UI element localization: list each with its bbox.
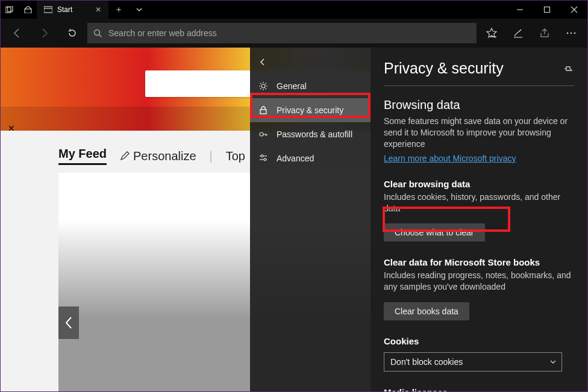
maximize-button[interactable] [533, 1, 560, 19]
svg-point-15 [261, 84, 265, 88]
browsing-data-desc: Some features might save data on your de… [384, 116, 574, 150]
prev-button[interactable] [58, 306, 79, 339]
forward-button[interactable] [32, 21, 57, 45]
clear-browsing-sub: Clear browsing data [384, 179, 574, 189]
refresh-button[interactable] [60, 21, 85, 45]
start-tab-icon [44, 5, 52, 14]
pencil-icon [120, 151, 130, 161]
store-books-sub: Clear data for Microsoft Store books [384, 257, 574, 267]
tab-start[interactable]: Start ✕ [37, 1, 108, 19]
svg-point-17 [260, 132, 263, 136]
sidebar-item-label: Privacy & security [277, 105, 343, 115]
more-button[interactable] [558, 21, 584, 45]
personalize-button[interactable]: Personalize [120, 149, 196, 163]
topic-link[interactable]: Top [226, 149, 245, 163]
lock-icon [258, 105, 268, 115]
store-books-desc: Includes reading progress, notes, bookma… [384, 270, 574, 293]
divider: | [210, 149, 213, 163]
pin-icon[interactable] [565, 64, 574, 73]
settings-title: Privacy & security [384, 60, 504, 77]
divider [384, 86, 574, 86]
svg-point-13 [571, 33, 572, 34]
back-button[interactable] [4, 21, 30, 45]
tab-strip: Start ✕ ＋ [37, 1, 506, 19]
section-browsing-data: Browsing data [384, 98, 574, 112]
close-window-button[interactable] [560, 1, 587, 19]
settings-sidebar: General Privacy & security Passwords & a… [250, 48, 371, 392]
sidebar-item-label: General [277, 81, 307, 91]
svg-point-19 [261, 155, 263, 157]
sidebar-item-label: Passwords & autofill [277, 129, 352, 139]
sidebar-item-label: Advanced [277, 154, 314, 163]
sidebar-item-passwords[interactable]: Passwords & autofill [250, 122, 371, 146]
page-content: ✕ My Feed Personalize | Top High-Waist G… [1, 48, 587, 392]
settings-back-button[interactable] [250, 50, 371, 74]
cookies-select-value: Don't block cookies [390, 357, 463, 367]
svg-rect-0 [5, 7, 11, 13]
search-icon [93, 29, 102, 38]
title-bar: Start ✕ ＋ [1, 1, 587, 19]
minimize-button[interactable] [506, 1, 533, 19]
sidebar-item-general[interactable]: General [250, 74, 371, 98]
tab-title: Start [57, 5, 72, 14]
svg-point-9 [95, 30, 100, 35]
svg-rect-3 [44, 7, 52, 13]
navigation-bar [1, 19, 587, 48]
svg-point-14 [574, 33, 576, 34]
cookies-sub: Cookies [384, 336, 574, 346]
new-tab-button[interactable]: ＋ [108, 4, 129, 15]
settings-detail-panel: Privacy & security Browsing data Some fe… [371, 48, 587, 392]
activity-icon[interactable] [19, 1, 37, 19]
svg-line-10 [99, 34, 102, 37]
clear-books-data-button[interactable]: Clear books data [384, 302, 469, 320]
close-banner-icon[interactable]: ✕ [8, 123, 15, 133]
feed-bar: My Feed Personalize | Top [58, 147, 245, 165]
card-title-line1: High-Waist Glitter [69, 388, 231, 392]
cookies-select[interactable]: Don't block cookies [384, 352, 562, 372]
sidebar-item-advanced[interactable]: Advanced [250, 146, 371, 170]
tab-my-feed[interactable]: My Feed [58, 147, 107, 165]
notes-button[interactable] [505, 21, 531, 45]
svg-point-21 [264, 158, 266, 161]
clear-browsing-desc: Includes cookies, history, passwords, an… [384, 191, 574, 214]
media-sub: Media licenses [384, 387, 574, 392]
share-button[interactable] [532, 21, 557, 45]
choose-what-to-clear-button[interactable]: Choose what to clear [384, 223, 485, 241]
task-view-icon[interactable] [1, 1, 19, 19]
key-icon [258, 129, 268, 139]
svg-rect-1 [7, 6, 13, 11]
tab-chevron-icon[interactable] [129, 5, 149, 14]
privacy-link[interactable]: Learn more about Microsoft privacy [384, 154, 516, 163]
close-tab-icon[interactable]: ✕ [95, 5, 101, 14]
address-bar[interactable] [87, 23, 477, 43]
svg-point-12 [567, 33, 569, 34]
gear-icon [258, 81, 268, 91]
favorites-button[interactable] [479, 21, 504, 45]
chevron-down-icon [549, 358, 557, 366]
svg-rect-2 [25, 9, 31, 13]
personalize-label: Personalize [133, 149, 196, 163]
svg-rect-6 [544, 7, 549, 13]
sliders-icon [258, 154, 268, 163]
sidebar-item-privacy[interactable]: Privacy & security [250, 98, 371, 122]
address-input[interactable] [108, 28, 471, 38]
svg-rect-16 [260, 110, 266, 114]
